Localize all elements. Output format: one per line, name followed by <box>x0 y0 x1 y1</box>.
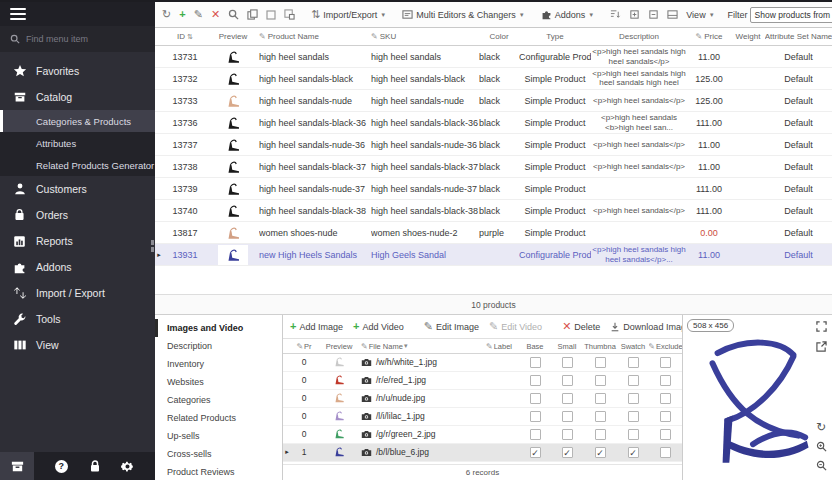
addons-dropdown[interactable]: Addons▼ <box>538 7 597 22</box>
search-button[interactable] <box>225 7 242 22</box>
panel-resize-handle[interactable] <box>151 238 155 254</box>
edit-product-button[interactable]: ✎ <box>191 7 206 22</box>
table-row[interactable]: 13738high heel sandals-black-37high heel… <box>155 156 832 178</box>
download-image-button[interactable]: Download Image <box>607 320 682 334</box>
table-row[interactable]: 13732high heel sandals-blackhigh heel sa… <box>155 68 832 90</box>
small-checkbox[interactable]: ✓ <box>562 447 573 458</box>
exclude-checkbox[interactable] <box>660 393 671 404</box>
tab-inventory[interactable]: Inventory <box>155 355 282 373</box>
image-column-header-swatch[interactable]: Swatch <box>617 342 649 351</box>
hamburger-menu-icon[interactable] <box>10 8 26 20</box>
sidebar-item-attributes[interactable]: Attributes <box>0 132 155 154</box>
sidebar-item-tools[interactable]: Tools <box>0 306 155 332</box>
delete-product-button[interactable]: ✕ <box>208 7 223 22</box>
swatch-checkbox[interactable] <box>628 411 639 422</box>
swatch-checkbox[interactable] <box>628 429 639 440</box>
column-header-description[interactable]: Description <box>591 32 687 41</box>
image-column-header-label[interactable]: ✎Label <box>479 342 519 351</box>
table-row[interactable]: 13733high heel sandals-nudehigh heel san… <box>155 90 832 112</box>
table-row[interactable]: 13736high heel sandals-black-36high heel… <box>155 112 832 134</box>
base-checkbox[interactable] <box>530 375 541 386</box>
thumbnail-checkbox[interactable]: ✓ <box>595 447 606 458</box>
column-header-attribute-set-name[interactable]: Attribute Set Name <box>765 32 832 41</box>
sort-button[interactable] <box>607 7 624 22</box>
swatch-checkbox[interactable]: ✓ <box>628 447 639 458</box>
refresh-button[interactable]: ↻ <box>159 7 174 22</box>
thumbnail-checkbox[interactable] <box>595 393 606 404</box>
column-header-id[interactable]: ID⇅ <box>163 32 207 41</box>
expand-all-button[interactable] <box>626 7 643 22</box>
exclude-checkbox[interactable] <box>660 447 671 458</box>
tab-description[interactable]: Description <box>155 337 282 355</box>
multi-editors-dropdown[interactable]: Multi Editors & Changers▼ <box>399 7 528 22</box>
column-header-product-name[interactable]: ✎Product Name <box>259 32 371 41</box>
sidebar-item-addons[interactable]: Addons <box>0 254 155 280</box>
image-row[interactable]: 0/n/u/nude.jpg <box>283 390 682 408</box>
small-checkbox[interactable] <box>562 357 573 368</box>
table-row[interactable]: 13740high heel sandals-black-38high heel… <box>155 200 832 222</box>
sidebar-item-related-products-generator[interactable]: Related Products Generator <box>0 154 155 176</box>
copy-button[interactable] <box>244 7 261 22</box>
small-checkbox[interactable] <box>562 393 573 404</box>
collapse-all-button[interactable] <box>645 7 662 22</box>
column-header-price[interactable]: ✎Price <box>687 32 731 41</box>
panel-layout-button[interactable] <box>664 7 681 22</box>
base-checkbox[interactable] <box>530 429 541 440</box>
thumbnail-checkbox[interactable] <box>595 429 606 440</box>
fullscreen-icon[interactable] <box>814 319 828 333</box>
small-checkbox[interactable] <box>562 375 573 386</box>
table-row[interactable]: 13731high heel sandalshigh heel sandalsb… <box>155 46 832 68</box>
base-checkbox[interactable]: ✓ <box>530 447 541 458</box>
table-row[interactable]: 13737high heel sandals-nude-36high heel … <box>155 134 832 156</box>
sidebar-item-import-export[interactable]: Import / Export <box>0 280 155 306</box>
column-header-color[interactable]: Color <box>479 32 519 41</box>
edit-video-button[interactable]: ✎Edit Video <box>486 319 545 334</box>
import-export-dropdown[interactable]: ⇅ Import/Export▼ <box>308 7 389 22</box>
base-checkbox[interactable] <box>530 357 541 368</box>
image-row[interactable]: 0/l/i/lilac_1.jpg <box>283 408 682 426</box>
sidebar-item-favorites[interactable]: Favorites <box>0 58 155 84</box>
sidebar-item-categories-products[interactable]: Categories & Products <box>0 110 155 132</box>
add-image-button[interactable]: +Add Image <box>287 319 346 334</box>
view-dropdown[interactable]: View▼ <box>683 8 717 22</box>
exclude-checkbox[interactable] <box>660 375 671 386</box>
add-video-button[interactable]: +Add Video <box>350 319 407 334</box>
table-row[interactable]: 13739high heel sandals-nude-37high heel … <box>155 178 832 200</box>
image-row[interactable]: ▸1/b/l/blue_6.jpg✓✓✓✓ <box>283 444 682 462</box>
help-icon[interactable]: ? <box>55 452 68 480</box>
exclude-checkbox[interactable] <box>660 411 671 422</box>
thumbnail-checkbox[interactable] <box>595 357 606 368</box>
catalog-shortcut-icon[interactable] <box>0 452 34 480</box>
column-header-sku[interactable]: ✎SKU <box>371 32 479 41</box>
lock-icon[interactable] <box>89 452 101 480</box>
sidebar-search-input[interactable] <box>26 34 145 44</box>
base-checkbox[interactable] <box>530 411 541 422</box>
image-row[interactable]: 0/g/r/green_2.jpg <box>283 426 682 444</box>
base-checkbox[interactable] <box>530 393 541 404</box>
tab-product-reviews[interactable]: Product Reviews <box>155 463 282 480</box>
table-row[interactable]: ▸13931new High Heels SandalsHigh Geels S… <box>155 244 832 266</box>
sidebar-item-view[interactable]: View <box>0 332 155 358</box>
sidebar-search[interactable] <box>0 26 155 52</box>
image-column-header-file-name[interactable]: ✎File Name▾ <box>361 342 479 351</box>
image-column-header-small[interactable]: Small <box>551 342 583 351</box>
sidebar-item-customers[interactable]: Customers <box>0 176 155 202</box>
add-product-button[interactable]: + <box>176 7 188 22</box>
rotate-icon[interactable]: ↻ <box>814 420 828 434</box>
column-header-weight[interactable]: Weight <box>731 32 765 41</box>
tab-related-products[interactable]: Related Products <box>155 409 282 427</box>
image-row[interactable]: 0/r/e/red_1.jpg <box>283 372 682 390</box>
delete-image-button[interactable]: ✕Delete <box>559 319 603 334</box>
table-row[interactable]: 13817women shoes-nudewomen shoes-nude-2p… <box>155 222 832 244</box>
thumbnail-checkbox[interactable] <box>595 375 606 386</box>
exclude-checkbox[interactable] <box>660 357 671 368</box>
small-checkbox[interactable] <box>562 411 573 422</box>
image-column-header-base[interactable]: Base <box>519 342 551 351</box>
edit-image-button[interactable]: ✎Edit Image <box>421 319 482 334</box>
thumbnail-checkbox[interactable] <box>595 411 606 422</box>
zoom-in-icon[interactable] <box>814 439 828 453</box>
duplicate-button[interactable] <box>281 7 298 22</box>
open-external-icon[interactable] <box>814 339 828 353</box>
swatch-checkbox[interactable] <box>628 393 639 404</box>
tab-categories[interactable]: Categories <box>155 391 282 409</box>
